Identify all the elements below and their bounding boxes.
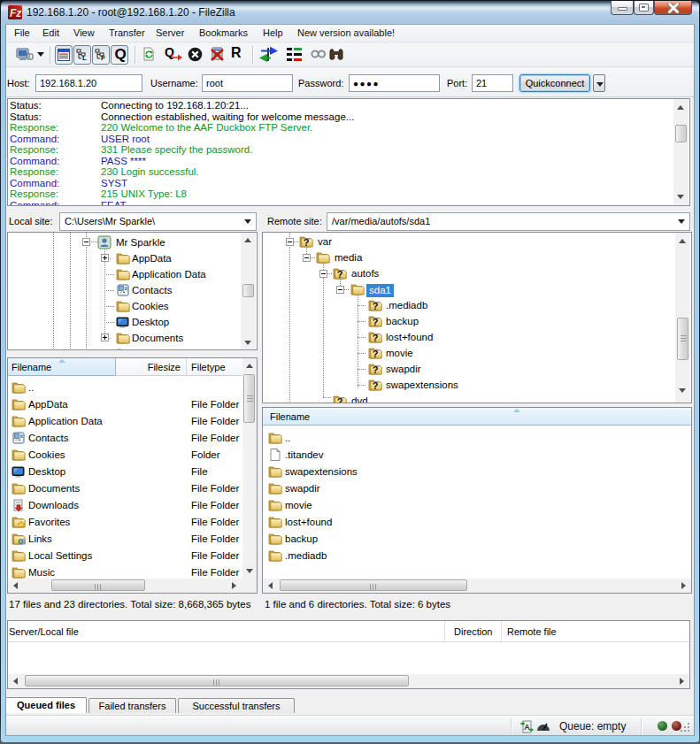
svg-text:Fz: Fz: [10, 7, 21, 19]
svg-text:F: F: [101, 54, 105, 61]
svg-text:L: L: [82, 54, 87, 61]
